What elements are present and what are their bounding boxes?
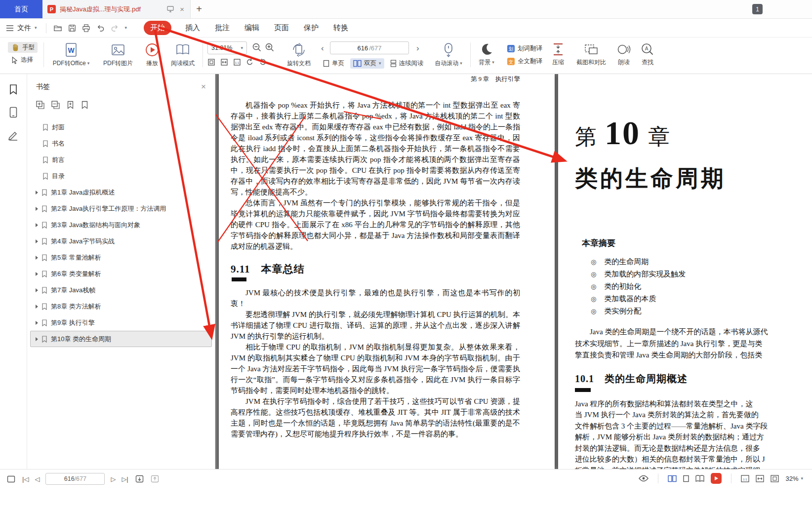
compress-button[interactable]: 压缩 — [546, 42, 570, 67]
undo-icon[interactable] — [96, 24, 105, 32]
more-commands-icon[interactable]: ▾ — [125, 26, 127, 30]
eye-protect-icon[interactable] — [639, 475, 649, 482]
play-slideshow-button[interactable] — [711, 473, 722, 484]
find-button[interactable]: A 查找 — [637, 42, 658, 67]
bookmark-item-ch9[interactable]: 第9章 执行引擎 — [30, 314, 212, 331]
save-icon[interactable] — [68, 24, 76, 32]
book-view-icon[interactable] — [695, 475, 704, 482]
chevron-right-icon[interactable] — [36, 239, 38, 243]
chevron-right-icon[interactable] — [36, 272, 38, 276]
auto-scroll-button[interactable]: 自动滚动▾ — [431, 42, 466, 68]
window-count-badge[interactable]: 1 — [752, 4, 763, 14]
play-button[interactable]: 播放 — [141, 42, 163, 68]
fit-width-icon[interactable] — [220, 58, 228, 66]
next-page-icon[interactable]: › — [416, 44, 419, 52]
first-page-icon[interactable]: |◁ — [22, 475, 29, 483]
fit-page-icon[interactable] — [771, 475, 779, 482]
expand-all-icon[interactable] — [36, 101, 44, 109]
bookmark-item-ch3[interactable]: 第3章 Java数据结构与面向对象 — [30, 217, 212, 233]
page-number-input[interactable]: 616 /677 — [330, 41, 409, 54]
chevron-right-icon[interactable] — [36, 223, 38, 227]
redo-icon[interactable] — [111, 24, 119, 32]
document-canvas[interactable]: 第 9 章 执行引擎 机器指令 pop %eax 开始执行，将 Java 方法栈… — [215, 74, 812, 469]
add-bookmark-icon[interactable] — [67, 101, 74, 109]
two-column-view-icon[interactable] — [668, 475, 677, 482]
hand-tool-button[interactable]: 手型 — [8, 42, 38, 53]
find-label: 查找 — [642, 58, 653, 67]
bookmark-item-ch8[interactable]: 第8章 类方法解析 — [30, 298, 212, 314]
fit-page-icon[interactable] — [207, 58, 215, 66]
actual-size-icon[interactable]: 1:1 — [741, 475, 749, 482]
previous-page-icon[interactable]: ‹ — [321, 44, 324, 52]
tab-insert[interactable]: 插入 — [184, 21, 201, 35]
zoom-out-icon[interactable] — [252, 42, 262, 52]
select-tool-button[interactable]: 选择 — [8, 55, 38, 65]
back-to-position-icon[interactable] — [135, 475, 144, 483]
single-page-view-icon[interactable] — [683, 475, 689, 482]
last-page-icon[interactable]: ▷| — [122, 475, 128, 483]
rotate-right-icon[interactable] — [259, 58, 267, 66]
bookmark-item-toc[interactable]: 目录 — [30, 168, 212, 184]
bookmark-item-ch10[interactable]: 第10章 类的生命周期 — [30, 331, 212, 347]
screenshot-compare-button[interactable]: 截图和对比 — [572, 42, 610, 67]
tab-home[interactable]: 首页 — [0, 0, 42, 18]
window-mode-icon[interactable] — [7, 475, 15, 483]
bookmark-item-ch6[interactable]: 第6章 类变量解析 — [30, 266, 212, 282]
bookmark-item-cover[interactable]: 封面 — [30, 119, 212, 135]
chevron-right-icon[interactable] — [36, 321, 38, 325]
full-translate-button[interactable]: 文 全文翻译 — [504, 56, 545, 67]
zoom-input[interactable]: 31.81% ▾ — [207, 41, 247, 54]
chevron-right-icon[interactable] — [36, 191, 38, 195]
bookmark-item-ch7[interactable]: 第7章 Java栈帧 — [30, 282, 212, 298]
bookmark-list-icon[interactable] — [81, 101, 88, 109]
read-aloud-button[interactable]: 朗读 — [613, 42, 634, 67]
file-menu[interactable]: 文件 ▾ — [0, 24, 43, 33]
fit-width-icon[interactable] — [756, 475, 764, 482]
rotate-left-icon[interactable] — [246, 58, 254, 66]
background-button[interactable]: 背景▾ — [474, 42, 499, 67]
tab-start[interactable]: 开始 — [144, 21, 171, 35]
tab-annotate[interactable]: 批注 — [214, 21, 231, 35]
print-icon[interactable] — [82, 24, 90, 32]
actual-size-icon[interactable]: 1:1 — [233, 58, 241, 66]
chevron-right-icon[interactable] — [36, 288, 38, 292]
continuous-read-button[interactable]: 连续阅读 — [387, 58, 427, 69]
chevron-right-icon[interactable] — [36, 207, 38, 211]
page-number-input[interactable]: 616 /677 — [45, 473, 105, 485]
read-mode-button[interactable]: 阅读模式 — [167, 42, 199, 68]
collapse-all-icon[interactable] — [51, 101, 60, 109]
word-translate-button[interactable]: 划 划词翻译 — [504, 43, 545, 54]
double-page-button[interactable]: 双页 ▾ — [350, 58, 384, 69]
bookmark-item-ch5[interactable]: 第5章 常量池解析 — [30, 249, 212, 266]
new-tab-button[interactable]: + — [191, 0, 207, 18]
close-panel-icon[interactable]: × — [201, 82, 206, 92]
zoom-in-icon[interactable] — [265, 42, 275, 52]
zoom-level-control[interactable]: 32% ▾ — [785, 475, 803, 482]
forward-position-icon[interactable] — [151, 475, 159, 483]
single-page-button[interactable]: 单页 — [320, 58, 347, 69]
rotate-document-button[interactable]: 旋转文档 — [282, 42, 316, 68]
bookmark-item-ch1[interactable]: 第1章 Java虚拟机概述 — [30, 184, 212, 200]
open-folder-icon[interactable] — [53, 24, 62, 32]
pdf-to-office-button[interactable]: W PDF转Office▾ — [48, 42, 94, 68]
tab-document[interactable]: P 揭秘Java虚拟...理与实现.pdf × — [42, 0, 191, 18]
chevron-right-icon[interactable] — [36, 337, 38, 341]
bookmarks-panel-icon[interactable] — [8, 84, 18, 95]
tab-convert[interactable]: 转换 — [332, 21, 349, 35]
bookmark-item-title[interactable]: 书名 — [30, 135, 212, 152]
bookmark-item-preface[interactable]: 前言 — [30, 152, 212, 168]
tab-close-icon[interactable]: × — [179, 5, 185, 13]
mobile-view-icon[interactable] — [9, 107, 17, 118]
pdf-to-image-button[interactable]: PDF转图片 — [97, 42, 139, 68]
tab-page[interactable]: 页面 — [273, 21, 290, 35]
chevron-right-icon[interactable] — [36, 305, 38, 309]
tab-protect[interactable]: 保护 — [303, 21, 320, 35]
signature-icon[interactable] — [8, 130, 19, 141]
chevron-right-icon[interactable] — [36, 256, 38, 260]
tab-monitor-icon[interactable] — [166, 6, 175, 12]
next-page-icon[interactable]: ▷ — [111, 475, 116, 483]
bookmark-item-ch2[interactable]: 第2章 Java执行引擎工作原理：方法调用 — [30, 200, 212, 217]
bookmark-item-ch4[interactable]: 第4章 Java字节码实战 — [30, 233, 212, 249]
previous-page-icon[interactable]: ◁ — [35, 475, 40, 483]
tab-edit[interactable]: 编辑 — [244, 21, 260, 35]
